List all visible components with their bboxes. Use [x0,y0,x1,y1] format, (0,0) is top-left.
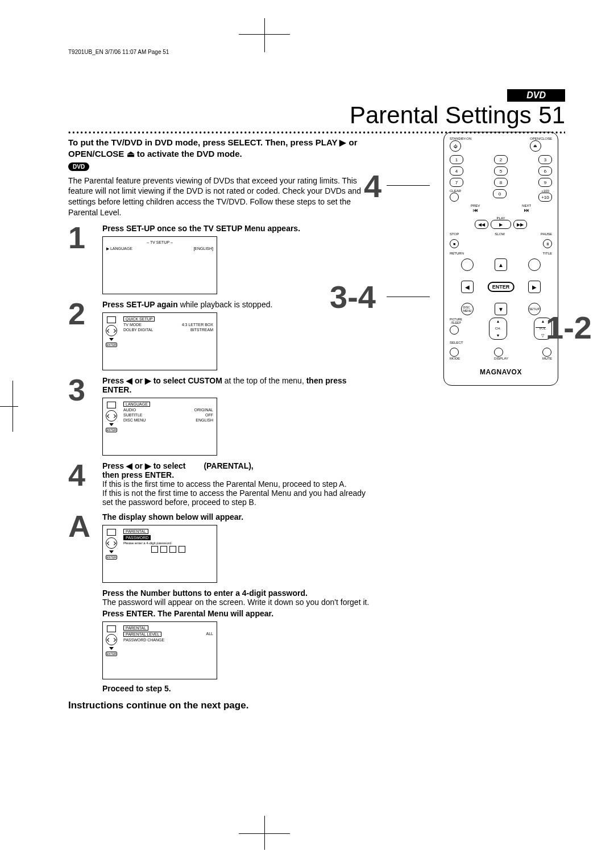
stepA-line3: Press ENTER. The Parental Menu will appe… [102,609,375,618]
continue-text: Instructions continue on the next page. [68,700,375,711]
print-header: T9201UB_EN 3/7/06 11:07 AM Page 51 [68,49,565,55]
remote-right-arrow: ▶ [528,281,541,293]
step1-number: 1 [68,224,102,294]
remote-up-arrow: ▲ [495,258,507,271]
step2-text-bold: Press SET-UP again [102,300,178,309]
step4-para1: If this is the first time to access the … [102,479,375,489]
remote-illustration: STANDBY-ON⏻ OPEN/CLOSE⏏ 123 456 789 CLEA… [443,132,557,386]
callout-1-2: 1-2 [546,309,592,346]
stepA-line2-bold: Press the Number buttons to enter a 4-di… [102,589,308,598]
step3-number: 3 [68,376,102,456]
body-text: The Parental feature prevents viewing of… [68,176,375,219]
screen-quick-setup: ENTER QUICK SETUP TV MODE4:3 LETTER BOX … [102,312,217,370]
remote-left-arrow: ◀ [461,281,474,293]
remote-enter-button: ENTER [488,282,515,292]
stepA-letter: A [68,512,102,693]
step3-text: at the top of the menu, [222,376,306,385]
step4-parental-label: (PARENTAL), [204,461,253,470]
page-number: 51 [538,102,565,128]
stepA-line2-plain: The password will appear on the screen. … [102,598,369,607]
step3-text-bold1: Press ◀ or ▶ to select CUSTOM [102,376,222,385]
intro-text: To put the TV/DVD in DVD mode, press SEL… [68,137,375,160]
screen-tv-setup: – TV SETUP – ▶ LANGUAGE[ENGLISH] [102,236,217,294]
screen-parental-menu: ENTER PARENTAL PARENTAL LEVELALL PASSWOR… [102,621,217,679]
step4-number: 4 [68,461,102,507]
stepA-line1: The display shown below will appear. [102,512,243,521]
stepA-proceed: Proceed to step 5. [102,684,375,693]
callout-3-4: 3-4 [330,278,376,315]
remote-brand: MAGNAVOX [450,368,552,376]
step4-line1a: Press ◀ or ▶ to select [102,461,186,470]
step2-number: 2 [68,300,102,370]
remote-down-arrow: ▼ [495,303,507,315]
step1-text: Press SET-UP once so the TV SETUP Menu a… [102,224,300,233]
step4-para2: If this is not the first time to access … [102,489,375,507]
section-tab: DVD [507,89,565,102]
screen-parental-pw: ENTER PARENTAL PASSWORD Please enter a 4… [102,525,217,583]
page-title: Parental Settings [350,102,532,128]
step2-text: while playback is stopped. [178,300,273,309]
screen-language: ENTER LANGUAGE AUDIOORIGINAL SUBTITLEOFF… [102,398,217,456]
dvd-badge: DVD [68,162,89,171]
callout-4: 4 [364,168,381,205]
step4-line2: then press ENTER. [102,470,174,479]
